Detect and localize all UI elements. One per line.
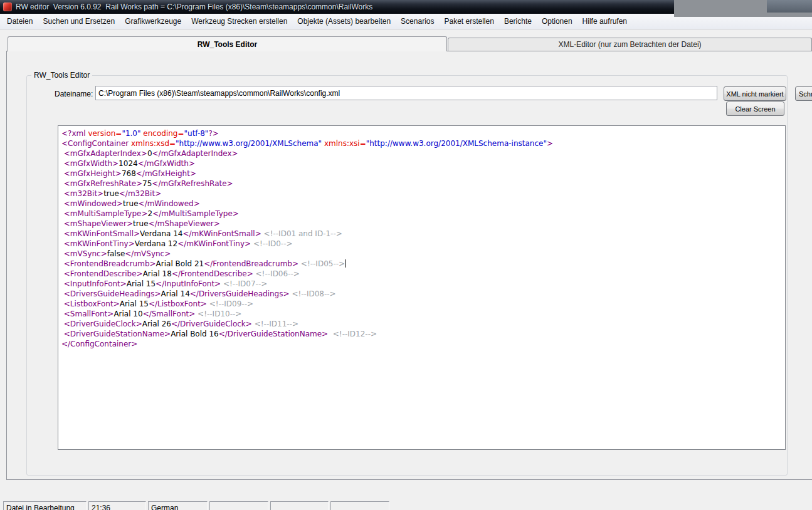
- xml-code: <?xml version="1.0" encoding="utf-8"?><C…: [61, 128, 785, 349]
- menu-suchen-und-ersetzen[interactable]: Suchen und Ersetzen: [38, 14, 120, 29]
- menu-grafikwerkzeuge[interactable]: Grafikwerkzeuge: [120, 14, 186, 29]
- xml-line: <mGfxWidth>1024</mGfxWidth>: [61, 159, 785, 169]
- xml-line: <DriverGuideStationName>Arial Bold 16</D…: [61, 329, 785, 339]
- background-window-fragment: [674, 0, 812, 17]
- xml-line: <mWindowed>true</mWindowed>: [61, 199, 785, 209]
- xml-line: <ConfigContainer xmlns:xsd="http://www.w…: [61, 138, 785, 148]
- xml-line: <mVSync>false</mVSync>: [61, 249, 785, 259]
- xml-line: <mShapeViewer>true</mShapeViewer>: [61, 219, 785, 229]
- xml-line: <ListboxFont>Arial 15</ListboxFont> <!--…: [61, 299, 785, 309]
- tab-xml-editor[interactable]: XML-Editor (nur zum Betrachten der Datei…: [448, 38, 812, 51]
- xml-line: <mGfxRefreshRate>75</mGfxRefreshRate>: [61, 179, 785, 189]
- xml-line: <mMultiSampleType>2</mMultiSampleType>: [61, 209, 785, 219]
- xml-line: <DriversGuideHeadings>Arial 14</DriversG…: [61, 289, 785, 299]
- xml-line: <FrontendBreadcrumb>Arial Bold 21</Front…: [61, 259, 785, 269]
- menu-berichte[interactable]: Berichte: [499, 14, 537, 29]
- menu-objekte-assets-bearbeiten[interactable]: Objekte (Assets) bearbeiten: [292, 14, 396, 29]
- filename-label: Dateiname:: [55, 90, 93, 98]
- font-button-cutoff[interactable]: Schri: [795, 86, 812, 101]
- xml-line: <mKWinFontSmall>Verdana 14</mKWinFontSma…: [61, 229, 785, 239]
- xml-editor-area[interactable]: <?xml version="1.0" encoding="utf-8"?><C…: [58, 125, 786, 450]
- menu-paket-erstellen[interactable]: Paket erstellen: [439, 14, 498, 29]
- tab-rw-tools-editor[interactable]: RW_Tools Editor: [8, 36, 447, 51]
- xml-line: <?xml version="1.0" encoding="utf-8"?>: [61, 128, 785, 138]
- xml-line: <SmallFont>Arial 10</SmallFont> <!--ID10…: [61, 309, 785, 319]
- menu-scenarios[interactable]: Scenarios: [396, 14, 439, 29]
- status-cell-6: [330, 501, 389, 510]
- xml-line: <FrontendDescribe>Arial 18</FrontendDesc…: [61, 269, 785, 279]
- xml-line: <mGfxHeight>768</mGfxHeight>: [61, 169, 785, 179]
- xml-line: </ConfigContainer>: [61, 339, 785, 349]
- xml-mark-button[interactable]: XML nicht markiert: [724, 86, 786, 101]
- status-cell-language: German: [148, 501, 208, 510]
- groupbox-label: RW_Tools Editor: [31, 71, 92, 80]
- menu-dateien[interactable]: Dateien: [2, 14, 38, 29]
- status-cell-4: [209, 501, 268, 510]
- status-cell-file: Datei in Bearbeitung: [3, 501, 87, 510]
- status-cell-time: 21:36: [88, 501, 146, 510]
- xml-line: <DriverGuideClock>Arial 26</DriverGuideC…: [61, 319, 785, 329]
- background-window-fragment-detail: [767, 0, 812, 13]
- clear-screen-button[interactable]: Clear Screen: [726, 101, 784, 116]
- xml-line: <InputInfoFont>Arial 15</InputInfoFont> …: [61, 279, 785, 289]
- menu-optionen[interactable]: Optionen: [537, 14, 577, 29]
- text-caret: [345, 259, 346, 268]
- xml-line: <m32Bit>true</m32Bit>: [61, 189, 785, 199]
- xml-line: <mGfxAdapterIndex>0</mGfxAdapterIndex>: [61, 148, 785, 159]
- filename-input[interactable]: [95, 86, 717, 100]
- window-title: RW editor Version 6.0.92 Rail Works path…: [16, 3, 372, 11]
- app-icon: [3, 3, 12, 11]
- menu-werkzeug-strecken-erstellen[interactable]: Werkzeug Strecken erstellen: [186, 14, 292, 29]
- menu-hilfe-aufrufen[interactable]: Hilfe aufrufen: [577, 14, 632, 29]
- status-cell-5: [270, 501, 329, 510]
- xml-line: <mKWinFontTiny>Verdana 12</mKWinFontTiny…: [61, 239, 785, 249]
